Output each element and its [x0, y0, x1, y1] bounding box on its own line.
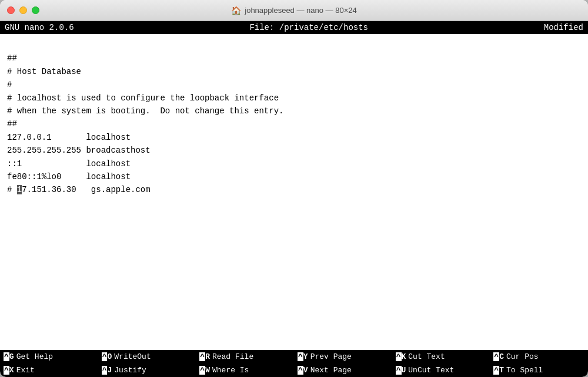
shortcut-label-0-2: Read File [212, 352, 253, 361]
shortcut-key-1-4: ^U [396, 366, 406, 375]
shortcut-item-1-0[interactable]: ^XExit [0, 363, 98, 377]
shortcut-item-0-0[interactable]: ^GGet Help [0, 350, 98, 363]
shortcut-item-0-2[interactable]: ^RRead File [196, 350, 294, 363]
shortcut-row-1: ^XExit^JJustify^WWhere Is^VNext Page^UUn… [0, 363, 588, 377]
shortcut-key-0-4: ^K [396, 352, 406, 361]
shortcut-item-1-5[interactable]: ^TTo Spell [490, 363, 588, 377]
shortcut-label-1-3: Next Page [310, 366, 352, 375]
shortcut-row-0: ^GGet Help^OWriteOut^RRead File^YPrev Pa… [0, 350, 588, 363]
shortcut-label-0-1: WriteOut [114, 352, 151, 361]
shortcut-item-0-1[interactable]: ^OWriteOut [98, 350, 196, 363]
traffic-lights [7, 6, 39, 14]
shortcut-item-0-3[interactable]: ^YPrev Page [294, 350, 392, 363]
nano-modified: Modified [544, 23, 583, 32]
shortcut-item-1-1[interactable]: ^JJustify [98, 363, 196, 377]
shortcut-label-0-0: Get Help [16, 352, 53, 361]
shortcut-key-0-5: ^C [493, 352, 504, 361]
shortcut-key-1-5: ^T [493, 366, 504, 375]
nano-filename: File: /private/etc/hosts [249, 23, 368, 32]
shortcut-item-0-5[interactable]: ^CCur Pos [490, 350, 588, 363]
shortcut-label-0-3: Prev Page [310, 352, 352, 361]
window: 🏠 johnappleseed — nano — 80×24 GNU nano … [0, 0, 588, 377]
nano-version: GNU nano 2.0.6 [5, 23, 74, 32]
shortcut-label-1-4: UnCut Text [408, 366, 454, 375]
shortcut-key-1-2: ^W [199, 366, 210, 375]
shortcut-item-1-3[interactable]: ^VNext Page [294, 363, 392, 377]
nano-editor-container: GNU nano 2.0.6 File: /private/etc/hosts … [0, 21, 588, 377]
shortcut-key-0-0: ^G [4, 352, 14, 361]
close-button[interactable] [7, 6, 15, 14]
shortcut-key-0-1: ^O [102, 352, 112, 361]
window-icon: 🏠 [231, 6, 241, 15]
shortcut-label-0-4: Cut Text [408, 352, 445, 361]
shortcut-label-1-5: To Spell [506, 366, 543, 375]
title-bar: 🏠 johnappleseed — nano — 80×24 [0, 0, 588, 21]
shortcut-key-1-3: ^V [298, 366, 308, 375]
minimize-button[interactable] [19, 6, 27, 14]
window-title: 🏠 johnappleseed — nano — 80×24 [231, 6, 356, 15]
shortcut-key-0-3: ^Y [298, 352, 308, 361]
shortcut-label-1-1: Justify [114, 366, 146, 375]
maximize-button[interactable] [32, 6, 39, 14]
shortcut-label-1-0: Exit [16, 366, 35, 375]
shortcut-key-1-1: ^J [102, 366, 112, 375]
nano-content[interactable]: ## # Host Database # # localhost is used… [0, 34, 588, 350]
shortcut-item-1-2[interactable]: ^WWhere Is [196, 363, 294, 377]
shortcut-key-1-0: ^X [4, 366, 14, 375]
nano-shortcuts: ^GGet Help^OWriteOut^RRead File^YPrev Pa… [0, 350, 588, 377]
shortcut-key-0-2: ^R [199, 352, 210, 361]
shortcut-label-0-5: Cur Pos [506, 352, 539, 361]
window-title-text: johnappleseed — nano — 80×24 [245, 6, 356, 15]
nano-status-bar: GNU nano 2.0.6 File: /private/etc/hosts … [0, 21, 588, 34]
shortcut-item-0-4[interactable]: ^KCut Text [392, 350, 490, 363]
shortcut-item-1-4[interactable]: ^UUnCut Text [392, 363, 490, 377]
shortcut-label-1-2: Where Is [212, 366, 249, 375]
